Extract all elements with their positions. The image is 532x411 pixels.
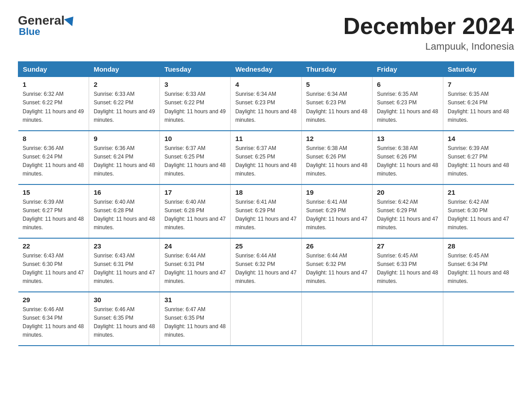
table-row: 13 Sunrise: 6:38 AM Sunset: 6:26 PM Dayl… [372,131,443,184]
day-info: Sunrise: 6:35 AM Sunset: 6:24 PM Dayligh… [448,90,510,124]
day-number: 27 [377,242,438,250]
day-number: 29 [23,296,85,304]
table-row: 16 Sunrise: 6:40 AM Sunset: 6:28 PM Dayl… [89,184,160,238]
day-info: Sunrise: 6:40 AM Sunset: 6:28 PM Dayligh… [164,198,226,232]
table-row: 26 Sunrise: 6:44 AM Sunset: 6:32 PM Dayl… [301,238,372,292]
table-row: 8 Sunrise: 6:36 AM Sunset: 6:24 PM Dayli… [18,131,89,184]
table-row: 28 Sunrise: 6:45 AM Sunset: 6:34 PM Dayl… [443,238,514,292]
table-row: 9 Sunrise: 6:36 AM Sunset: 6:24 PM Dayli… [89,131,160,184]
day-info: Sunrise: 6:44 AM Sunset: 6:32 PM Dayligh… [235,252,296,286]
table-row: 1 Sunrise: 6:32 AM Sunset: 6:22 PM Dayli… [18,77,89,131]
table-row: 7 Sunrise: 6:35 AM Sunset: 6:24 PM Dayli… [443,77,514,131]
col-thursday: Thursday [301,62,372,77]
table-row: 3 Sunrise: 6:33 AM Sunset: 6:22 PM Dayli… [160,77,231,131]
location-label: Lampuuk, Indonesia [343,41,514,52]
day-number: 8 [23,135,85,142]
day-info: Sunrise: 6:42 AM Sunset: 6:29 PM Dayligh… [377,198,438,232]
table-row: 18 Sunrise: 6:41 AM Sunset: 6:29 PM Dayl… [231,184,301,238]
day-number: 3 [164,81,226,88]
calendar-header-row: Sunday Monday Tuesday Wednesday Thursday… [18,62,514,77]
month-title: December 2024 [343,13,514,39]
table-row: 23 Sunrise: 6:43 AM Sunset: 6:31 PM Dayl… [89,238,160,292]
day-number: 12 [306,135,368,142]
day-number: 14 [448,135,510,142]
table-row: 5 Sunrise: 6:34 AM Sunset: 6:23 PM Dayli… [301,77,372,131]
day-number: 16 [94,188,155,196]
col-tuesday: Tuesday [160,62,231,77]
table-row: 19 Sunrise: 6:41 AM Sunset: 6:29 PM Dayl… [301,184,372,238]
day-number: 11 [235,135,296,142]
col-friday: Friday [372,62,443,77]
table-row: 24 Sunrise: 6:44 AM Sunset: 6:31 PM Dayl… [160,238,231,292]
day-number: 31 [164,296,226,304]
table-row: 21 Sunrise: 6:42 AM Sunset: 6:30 PM Dayl… [443,184,514,238]
table-row: 15 Sunrise: 6:39 AM Sunset: 6:27 PM Dayl… [18,184,89,238]
day-info: Sunrise: 6:45 AM Sunset: 6:33 PM Dayligh… [377,252,438,286]
table-row: 31 Sunrise: 6:47 AM Sunset: 6:35 PM Dayl… [160,292,231,346]
day-number: 15 [23,188,85,196]
calendar-week-row: 1 Sunrise: 6:32 AM Sunset: 6:22 PM Dayli… [18,77,514,131]
day-info: Sunrise: 6:46 AM Sunset: 6:35 PM Dayligh… [94,305,155,340]
day-info: Sunrise: 6:32 AM Sunset: 6:22 PM Dayligh… [23,90,85,124]
day-number: 5 [306,81,368,88]
day-number: 21 [448,188,510,196]
day-number: 19 [306,188,368,196]
day-info: Sunrise: 6:44 AM Sunset: 6:31 PM Dayligh… [164,252,226,286]
logo-blue-text: Blue [18,26,76,38]
calendar-week-row: 29 Sunrise: 6:46 AM Sunset: 6:34 PM Dayl… [18,292,514,346]
table-row: 11 Sunrise: 6:37 AM Sunset: 6:25 PM Dayl… [231,131,301,184]
day-number: 4 [235,81,296,88]
day-number: 7 [448,81,510,88]
day-number: 23 [94,242,155,250]
page-header: General Blue December 2024 Lampuuk, Indo… [18,13,514,52]
calendar-week-row: 8 Sunrise: 6:36 AM Sunset: 6:24 PM Dayli… [18,131,514,184]
table-row: 14 Sunrise: 6:39 AM Sunset: 6:27 PM Dayl… [443,131,514,184]
day-info: Sunrise: 6:46 AM Sunset: 6:34 PM Dayligh… [23,305,85,340]
table-row: 30 Sunrise: 6:46 AM Sunset: 6:35 PM Dayl… [89,292,160,346]
day-info: Sunrise: 6:36 AM Sunset: 6:24 PM Dayligh… [94,144,155,179]
day-number: 6 [377,81,438,88]
table-row: 17 Sunrise: 6:40 AM Sunset: 6:28 PM Dayl… [160,184,231,238]
day-info: Sunrise: 6:41 AM Sunset: 6:29 PM Dayligh… [306,198,368,232]
table-row: 25 Sunrise: 6:44 AM Sunset: 6:32 PM Dayl… [231,238,301,292]
day-number: 26 [306,242,368,250]
day-number: 24 [164,242,226,250]
table-row [372,292,443,346]
day-info: Sunrise: 6:37 AM Sunset: 6:25 PM Dayligh… [235,144,296,179]
day-info: Sunrise: 6:38 AM Sunset: 6:26 PM Dayligh… [377,144,438,179]
day-info: Sunrise: 6:40 AM Sunset: 6:28 PM Dayligh… [94,198,155,232]
table-row: 27 Sunrise: 6:45 AM Sunset: 6:33 PM Dayl… [372,238,443,292]
day-number: 18 [235,188,296,196]
day-number: 1 [23,81,85,88]
calendar-week-row: 22 Sunrise: 6:43 AM Sunset: 6:30 PM Dayl… [18,238,514,292]
table-row: 29 Sunrise: 6:46 AM Sunset: 6:34 PM Dayl… [18,292,89,346]
table-row [443,292,514,346]
day-info: Sunrise: 6:34 AM Sunset: 6:23 PM Dayligh… [306,90,368,124]
day-info: Sunrise: 6:35 AM Sunset: 6:23 PM Dayligh… [377,90,438,124]
day-info: Sunrise: 6:37 AM Sunset: 6:25 PM Dayligh… [164,144,226,179]
day-info: Sunrise: 6:33 AM Sunset: 6:22 PM Dayligh… [164,90,226,124]
calendar-table: Sunday Monday Tuesday Wednesday Thursday… [18,61,514,346]
day-info: Sunrise: 6:34 AM Sunset: 6:23 PM Dayligh… [235,90,296,124]
day-info: Sunrise: 6:38 AM Sunset: 6:26 PM Dayligh… [306,144,368,179]
calendar-week-row: 15 Sunrise: 6:39 AM Sunset: 6:27 PM Dayl… [18,184,514,238]
table-row [301,292,372,346]
day-number: 13 [377,135,438,142]
day-info: Sunrise: 6:43 AM Sunset: 6:30 PM Dayligh… [23,252,85,286]
day-number: 20 [377,188,438,196]
table-row: 12 Sunrise: 6:38 AM Sunset: 6:26 PM Dayl… [301,131,372,184]
day-number: 17 [164,188,226,196]
day-info: Sunrise: 6:39 AM Sunset: 6:27 PM Dayligh… [448,144,510,179]
day-number: 2 [94,81,155,88]
day-number: 9 [94,135,155,142]
day-number: 22 [23,242,85,250]
table-row: 10 Sunrise: 6:37 AM Sunset: 6:25 PM Dayl… [160,131,231,184]
logo-triangle-icon [64,13,77,26]
table-row: 6 Sunrise: 6:35 AM Sunset: 6:23 PM Dayli… [372,77,443,131]
table-row: 20 Sunrise: 6:42 AM Sunset: 6:29 PM Dayl… [372,184,443,238]
day-info: Sunrise: 6:39 AM Sunset: 6:27 PM Dayligh… [23,198,85,232]
title-section: December 2024 Lampuuk, Indonesia [343,13,514,52]
day-info: Sunrise: 6:43 AM Sunset: 6:31 PM Dayligh… [94,252,155,286]
col-monday: Monday [89,62,160,77]
day-info: Sunrise: 6:45 AM Sunset: 6:34 PM Dayligh… [448,252,510,286]
